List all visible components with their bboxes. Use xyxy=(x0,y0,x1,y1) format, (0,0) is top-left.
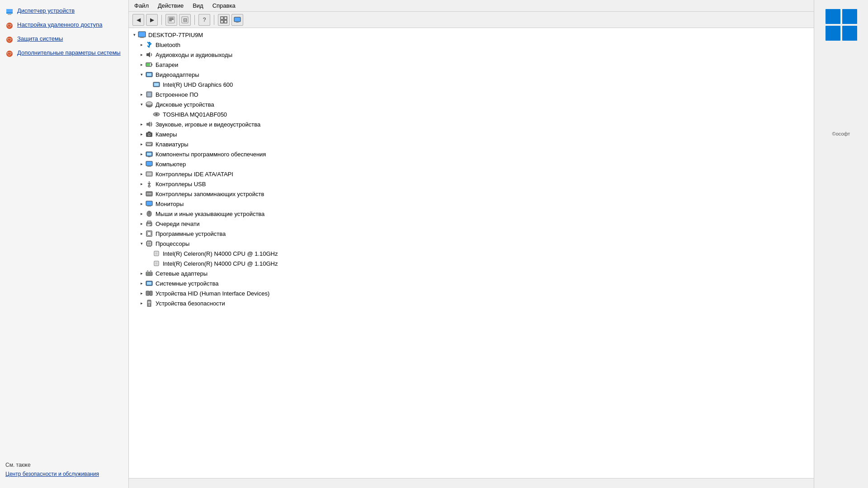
sound-devices-toggle[interactable]: ▸ xyxy=(138,121,145,128)
sound-devices-icon xyxy=(145,120,153,128)
usb-controllers-toggle[interactable]: ▸ xyxy=(138,180,145,188)
tree-item-mice[interactable]: ▸ Мыши и иные указывающие устройства xyxy=(129,209,814,219)
sidebar: Диспетчер устройств 🛡 Настройка удаленно… xyxy=(0,0,129,488)
main-panel: Файл Действие Вид Справка ◀ ▶ ⊟ ? ▾ xyxy=(129,0,814,488)
svg-rect-16 xyxy=(224,17,227,19)
cameras-toggle[interactable]: ▸ xyxy=(138,131,145,138)
audio-toggle[interactable]: ▸ xyxy=(138,51,145,58)
tree-item-sys-devices[interactable]: ▸ Системные устройства xyxy=(129,278,814,288)
sw-components-icon xyxy=(145,150,153,158)
tree-item-sound-devices[interactable]: ▸ Звуковые, игровые и видеоустройства xyxy=(129,119,814,129)
back-button[interactable]: ◀ xyxy=(132,14,144,26)
tree-item-usb-controllers[interactable]: ▸ Контроллеры USB xyxy=(129,179,814,189)
video-adapters-icon xyxy=(145,70,153,79)
intel-uhd-label: Intel(R) UHD Graphics 600 xyxy=(163,81,233,88)
logo-quad-tr xyxy=(842,9,857,24)
see-also-link-security[interactable]: Центр безопасности и обслуживания xyxy=(5,471,123,477)
mice-icon xyxy=(145,210,153,218)
svg-text:⊟: ⊟ xyxy=(183,17,187,23)
tree-item-disk-devices[interactable]: ▾ Дисковые устройства xyxy=(129,99,814,109)
sidebar-item-advanced-params[interactable]: 🛡 Дополнительные параметры системы xyxy=(0,47,128,61)
computers-icon xyxy=(145,160,153,168)
keyboards-icon xyxy=(145,140,153,148)
sys-devices-toggle[interactable]: ▸ xyxy=(138,280,145,287)
intel-uhd-icon xyxy=(152,80,160,89)
tree-item-hid-devices[interactable]: ▸ Устройства HID (Human Interface Device… xyxy=(129,288,814,298)
print-queues-toggle[interactable]: ▸ xyxy=(138,220,145,227)
sw-components-toggle[interactable]: ▸ xyxy=(138,150,145,158)
tree-item-toshiba[interactable]: ▸ TOSHIBA MQ01ABF050 xyxy=(129,109,814,119)
tree-item-video-adapters[interactable]: ▾ Видеоадаптеры xyxy=(129,70,814,80)
tree-item-audio[interactable]: ▸ Аудиовходы и аудиовыходы xyxy=(129,50,814,60)
toolbar-sep-3 xyxy=(214,15,214,25)
menu-action[interactable]: Действие xyxy=(156,2,185,9)
batteries-toggle[interactable]: ▸ xyxy=(138,61,145,68)
svg-rect-86 xyxy=(155,262,158,265)
sidebar-item-remote-access[interactable]: 🛡 Настройка удаленного доступа xyxy=(0,19,128,33)
svg-rect-96 xyxy=(148,301,151,303)
sys-devices-label: Системные устройства xyxy=(156,280,218,287)
svg-rect-12 xyxy=(169,20,172,21)
tree-item-security-devices[interactable]: ▸ Устройства безопасности xyxy=(129,298,814,308)
storage-controllers-toggle[interactable]: ▸ xyxy=(138,190,145,197)
monitor-button[interactable] xyxy=(231,14,243,26)
tree-item-intel-uhd[interactable]: ▸ Intel(R) UHD Graphics 600 xyxy=(129,80,814,89)
video-adapters-toggle[interactable]: ▾ xyxy=(138,71,145,78)
computers-toggle[interactable]: ▸ xyxy=(138,160,145,168)
scan-button[interactable] xyxy=(218,14,230,26)
ide-controllers-toggle[interactable]: ▸ xyxy=(138,170,145,178)
tree-item-sw-components[interactable]: ▸ Компоненты программного обеспечения xyxy=(129,149,814,159)
svg-rect-70 xyxy=(148,242,151,245)
menu-file[interactable]: Файл xyxy=(132,2,151,9)
tree-item-net-adapters[interactable]: ▸ Сетевые адаптеры xyxy=(129,268,814,278)
monitors-toggle[interactable]: ▸ xyxy=(138,200,145,207)
tree-item-cpu1[interactable]: ▸ Intel(R) Celeron(R) N4000 CPU @ 1.10GH… xyxy=(129,249,814,258)
tree-item-storage-controllers[interactable]: ▸ Контроллеры запоминающих устройств xyxy=(129,189,814,199)
sw-devices-toggle[interactable]: ▸ xyxy=(138,230,145,237)
tree-item-print-queues[interactable]: ▸ Очереди печати xyxy=(129,219,814,229)
tree-item-processors[interactable]: ▾ Процессоры xyxy=(129,239,814,249)
svg-rect-50 xyxy=(147,153,151,155)
update-button[interactable]: ⊟ xyxy=(179,14,191,26)
svg-rect-11 xyxy=(169,19,174,20)
disk-devices-toggle[interactable]: ▾ xyxy=(138,101,145,108)
svg-rect-42 xyxy=(148,131,151,133)
tree-item-cpu2[interactable]: ▸ Intel(R) Celeron(R) N4000 CPU @ 1.10GH… xyxy=(129,258,814,268)
tree-item-computers[interactable]: ▸ Компьютер xyxy=(129,159,814,169)
tree-item-bluetooth[interactable]: ▸ Bluetooth xyxy=(129,40,814,50)
tree-root[interactable]: ▾ DESKTOP-7TPIU9M xyxy=(129,30,814,40)
security-devices-toggle[interactable]: ▸ xyxy=(138,300,145,307)
menu-help[interactable]: Справка xyxy=(211,2,237,9)
forward-button[interactable]: ▶ xyxy=(146,14,158,26)
tree-item-ide-controllers[interactable]: ▸ Контроллеры IDE ATA/ATAPI xyxy=(129,169,814,179)
svg-rect-10 xyxy=(169,18,174,19)
ide-controllers-icon xyxy=(145,170,153,178)
tree-item-sw-devices[interactable]: ▸ Программные устройства xyxy=(129,229,814,239)
svg-rect-65 xyxy=(147,224,151,225)
root-toggle[interactable]: ▾ xyxy=(131,31,138,38)
tree-item-keyboards[interactable]: ▸ Клавиатуры xyxy=(129,139,814,149)
tree-item-firmware[interactable]: ▸ Встроенное ПО xyxy=(129,89,814,99)
menu-view[interactable]: Вид xyxy=(191,2,205,9)
bluetooth-toggle[interactable]: ▸ xyxy=(138,41,145,48)
help-button[interactable]: ? xyxy=(198,14,210,26)
firmware-toggle[interactable]: ▸ xyxy=(138,91,145,98)
sw-components-label: Компоненты программного обеспечения xyxy=(156,151,266,158)
processors-toggle[interactable]: ▾ xyxy=(138,240,145,247)
toshiba-label: TOSHIBA MQ01ABF050 xyxy=(163,111,227,118)
sidebar-item-device-manager[interactable]: Диспетчер устройств xyxy=(0,5,128,19)
properties-button[interactable] xyxy=(165,14,177,26)
net-adapters-toggle[interactable]: ▸ xyxy=(138,270,145,277)
sw-devices-label: Программные устройства xyxy=(156,230,226,237)
svg-rect-21 xyxy=(138,32,146,37)
svg-rect-89 xyxy=(150,270,151,272)
mice-toggle[interactable]: ▸ xyxy=(138,210,145,217)
keyboards-toggle[interactable]: ▸ xyxy=(138,141,145,148)
tree-item-batteries[interactable]: ▸ Батареи xyxy=(129,60,814,70)
sidebar-item-system-protection[interactable]: 🛡 Защита системы xyxy=(0,33,128,47)
tree-item-monitors[interactable]: ▸ Мониторы xyxy=(129,199,814,209)
hid-devices-icon xyxy=(145,289,153,297)
tree-item-cameras[interactable]: ▸ Камеры xyxy=(129,129,814,139)
svg-rect-84 xyxy=(155,252,158,255)
hid-devices-toggle[interactable]: ▸ xyxy=(138,290,145,297)
